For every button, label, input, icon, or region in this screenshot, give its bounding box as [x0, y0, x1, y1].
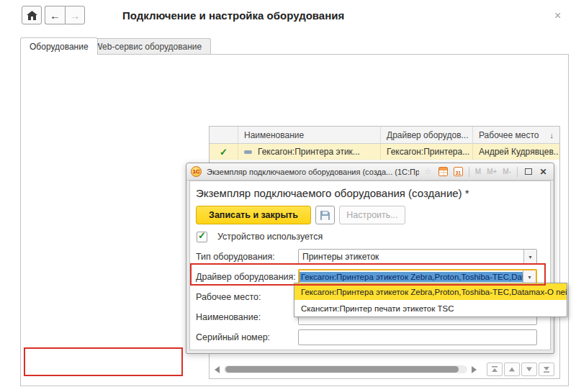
row-workplace-cell: Андрей Кудрявцев.. — [473, 144, 559, 160]
name-label: Наименование: — [196, 309, 261, 325]
check-icon: ✓ — [220, 147, 228, 158]
tab-label: Оборудование — [30, 42, 89, 52]
go-next-button[interactable] — [521, 363, 537, 376]
serial-number-label: Серийный номер: — [196, 329, 270, 345]
window-close-button[interactable]: × — [554, 10, 561, 22]
titlebar-divider — [517, 167, 518, 177]
cell-text: Гексагон:Принтера... — [387, 147, 469, 157]
tab-web-service[interactable]: Web-сервис оборудование — [85, 38, 211, 55]
go-last-icon — [543, 366, 550, 373]
column-label: Драйвер оборудов... — [387, 130, 469, 140]
tab-label: Web-сервис оборудование — [94, 42, 202, 52]
sort-descending-icon: ↓ — [550, 131, 554, 140]
go-last-button[interactable] — [539, 363, 554, 376]
forward-button[interactable]: → — [65, 6, 85, 24]
device-used-label: Устройство используется — [217, 232, 323, 242]
back-button[interactable]: ← — [45, 6, 65, 24]
equipment-type-label: Тип оборудования: — [196, 249, 275, 265]
field-value-selected: Гексагон:Принтера этикеток Zebra,Proton,… — [300, 272, 523, 282]
history-nav: ← → — [45, 6, 85, 24]
horizontal-scrollbar[interactable] — [224, 365, 467, 373]
dropdown-option-geksagon[interactable]: Гексагон:Принтера этикеток Zebra,Proton,… — [294, 283, 567, 300]
tab-equipment[interactable]: Оборудование — [20, 37, 98, 55]
cell-text: Гексагон:Принтера этик... — [258, 147, 360, 157]
header-name-column[interactable]: Наименование — [238, 127, 381, 143]
dropdown-option-skansiti[interactable]: Скансити:Принтер печати этикеток TSC — [294, 300, 567, 316]
row-enabled-cell: ✓ — [210, 144, 238, 160]
scrollbar-thumb[interactable] — [225, 366, 459, 373]
titlebar-divider — [469, 167, 469, 177]
home-icon — [27, 11, 37, 20]
go-first-button[interactable] — [487, 363, 503, 376]
save-button[interactable] — [315, 206, 335, 224]
memory-minus-button[interactable]: M- — [501, 168, 513, 176]
close-icon: × — [554, 9, 561, 22]
memory-plus-button[interactable]: M+ — [485, 168, 498, 176]
dialog-configure-button[interactable]: Настроить... — [339, 206, 405, 224]
dialog-maximize-button[interactable] — [522, 166, 534, 178]
memory-button[interactable]: M — [474, 168, 482, 176]
equipment-instance-dialog: 1С Экземпляр подключаемого оборудования … — [186, 163, 554, 354]
go-first-icon — [491, 366, 498, 373]
cell-text: Андрей Кудрявцев.. — [479, 147, 558, 157]
scroll-left-icon[interactable] — [215, 366, 220, 373]
item-marker-icon — [244, 150, 252, 154]
equipment-type-select[interactable]: Принтеры этикеток ▾ — [298, 249, 537, 265]
dialog-workplace-label: Рабочее место: — [196, 289, 261, 305]
app-window: { "icons": { "back": "←", "forward": "→"… — [0, 0, 576, 392]
header-driver-column[interactable]: Драйвер оборудов... — [381, 127, 473, 143]
device-used-checkbox[interactable] — [197, 232, 207, 242]
dialog-body: Экземпляр подключаемого оборудования (со… — [189, 181, 551, 350]
header-select-column[interactable] — [210, 127, 238, 143]
driver-label: Драйвер оборудования: — [196, 269, 296, 285]
go-next-icon — [526, 366, 533, 373]
field-value: Принтеры этикеток — [299, 252, 523, 262]
row-name-cell: Гексагон:Принтера этик... — [238, 144, 381, 160]
row-driver-cell: Гексагон:Принтера... — [381, 144, 473, 160]
table-header: Наименование Драйвер оборудов... Рабочее… — [210, 127, 559, 144]
back-icon: ← — [50, 10, 60, 21]
button-label: Настроить... — [346, 210, 398, 220]
column-label: Наименование — [244, 130, 304, 140]
save-and-close-button[interactable]: Записать и закрыть — [196, 206, 311, 224]
go-previous-button[interactable] — [504, 363, 520, 376]
table-row[interactable]: ✓ Гексагон:Принтера этик... Гексагон:При… — [210, 144, 559, 160]
table-scroll-area — [215, 363, 554, 376]
scroll-right-icon[interactable] — [472, 366, 477, 373]
dialog-heading: Экземпляр подключаемого оборудования (со… — [196, 187, 469, 199]
dialog-titlebar-title: Экземпляр подключаемого оборудования (со… — [207, 168, 419, 176]
1c-logo-icon: 1С — [191, 166, 202, 177]
driver-dropdown-popup: Гексагон:Принтера этикеток Zebra,Proton,… — [294, 283, 567, 317]
row-navigation-buttons — [487, 363, 554, 376]
dialog-close-button[interactable]: ✕ — [537, 166, 549, 178]
go-previous-icon — [508, 366, 516, 373]
button-label: Записать и закрыть — [209, 210, 298, 220]
forward-icon: → — [70, 10, 81, 21]
floppy-disk-icon — [320, 210, 330, 221]
favorites-star-icon[interactable]: ☆ — [422, 166, 434, 178]
page-title: Подключение и настройка оборудования — [122, 9, 344, 22]
serial-number-input[interactable] — [298, 329, 537, 345]
calendar-icon[interactable]: 31 — [452, 166, 464, 178]
chevron-down-icon[interactable]: ▾ — [523, 270, 536, 283]
home-button[interactable] — [22, 6, 42, 24]
column-label: Рабочее место — [479, 130, 539, 140]
dialog-titlebar[interactable]: 1С Экземпляр подключаемого оборудования … — [186, 163, 554, 181]
header-workplace-column[interactable]: Рабочее место ↓ — [473, 127, 559, 143]
calculator-icon[interactable] — [437, 166, 449, 178]
chevron-down-icon[interactable]: ▾ — [523, 250, 536, 264]
